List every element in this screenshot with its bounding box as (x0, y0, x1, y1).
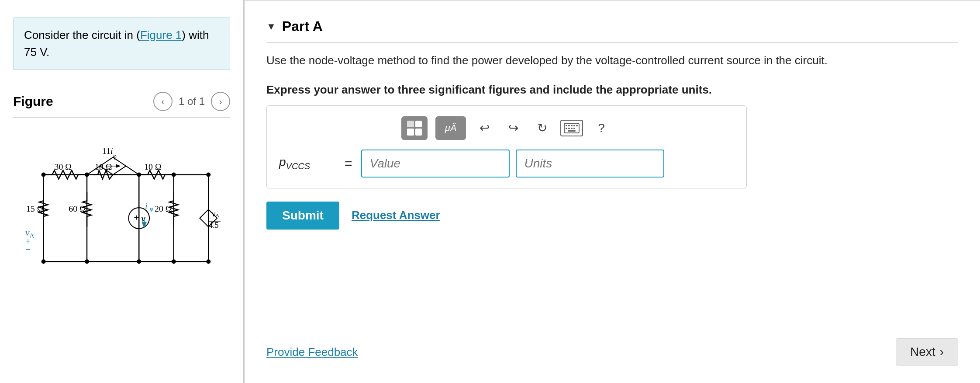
figure-divider (13, 117, 230, 118)
svg-text:4.5: 4.5 (209, 221, 218, 230)
svg-rect-48 (566, 125, 567, 126)
figure-navigation: ‹ 1 of 1 › (153, 92, 230, 111)
reset-button[interactable]: ↻ (531, 118, 552, 139)
svg-point-37 (41, 173, 46, 177)
variable-subscript: VCCS (286, 161, 311, 171)
svg-rect-54 (568, 128, 570, 129)
svg-text:+: + (134, 212, 139, 223)
variable-label: pVCCS (279, 155, 336, 171)
circuit-svg: 11i φ 30 Ω 10 Ω 10 Ω (17, 131, 226, 297)
svg-rect-50 (571, 125, 573, 126)
symbol-button[interactable]: μÄ (435, 116, 466, 140)
keyboard-icon (564, 123, 580, 133)
figure-title: Figure (13, 94, 53, 109)
svg-point-40 (172, 173, 176, 177)
svg-text:30 Ω: 30 Ω (54, 162, 72, 171)
request-answer-link[interactable]: Request Answer (352, 209, 440, 222)
svg-point-38 (85, 173, 89, 177)
input-row: pVCCS = (279, 150, 734, 178)
svg-text:15 Ω: 15 Ω (26, 204, 44, 213)
svg-text:Δ: Δ (215, 212, 219, 219)
variable-p: p (279, 155, 286, 169)
equals-sign: = (345, 156, 352, 171)
submit-button[interactable]: Submit (266, 202, 339, 230)
keyboard-button[interactable] (560, 120, 583, 136)
answer-box: μÄ ↩ ↪ ↻ ? (266, 105, 747, 188)
part-header: ▼ Part A (266, 18, 958, 43)
svg-text:v: v (25, 227, 30, 238)
figure-link[interactable]: Figure 1 (140, 28, 182, 42)
svg-rect-49 (568, 125, 570, 126)
svg-text:−: − (25, 244, 31, 255)
svg-text:i: i (145, 201, 148, 210)
svg-point-42 (41, 259, 46, 264)
figure-section: Figure ‹ 1 of 1 › (13, 92, 230, 301)
svg-rect-57 (568, 130, 576, 132)
redo-button[interactable]: ↪ (503, 118, 524, 139)
svg-text:60 Ω: 60 Ω (69, 204, 86, 213)
svg-text:11i: 11i (102, 146, 113, 156)
next-label: Next (910, 345, 935, 359)
grid-icon (407, 121, 422, 136)
svg-rect-51 (573, 125, 575, 126)
svg-text:−: − (135, 224, 139, 233)
svg-point-43 (85, 259, 89, 264)
problem-text-before: Consider the circuit in ( (24, 28, 140, 42)
figure-header: Figure ‹ 1 of 1 › (13, 92, 230, 111)
svg-point-44 (137, 259, 141, 264)
action-row: Submit Request Answer (266, 202, 958, 230)
svg-text:φ: φ (150, 205, 153, 212)
svg-point-45 (172, 259, 176, 264)
next-arrow-icon: › (940, 345, 944, 359)
figure-nav-label: 1 of 1 (179, 95, 205, 108)
units-input[interactable] (516, 150, 664, 178)
svg-text:10 Ω: 10 Ω (144, 162, 162, 171)
svg-text:φ: φ (113, 153, 117, 160)
svg-rect-56 (573, 128, 575, 129)
svg-rect-52 (576, 125, 578, 126)
problem-statement-box: Consider the circuit in (Figure 1) with … (13, 17, 230, 70)
svg-text:v: v (212, 209, 215, 218)
instruction-text: Express your answer to three significant… (266, 83, 958, 97)
svg-text:Δ: Δ (30, 232, 34, 240)
svg-rect-55 (571, 128, 573, 129)
svg-text:v: v (141, 213, 145, 224)
part-title: Part A (282, 18, 323, 35)
svg-point-39 (137, 173, 141, 177)
template-button[interactable] (401, 116, 428, 140)
mu-label: μÄ (445, 122, 457, 134)
feedback-link[interactable]: Provide Feedback (266, 345, 358, 359)
svg-text:20 Ω: 20 Ω (155, 204, 172, 213)
figure-prev-button[interactable]: ‹ (153, 92, 173, 111)
svg-line-13 (126, 166, 139, 175)
figure-next-button[interactable]: › (211, 92, 230, 111)
left-panel: Consider the circuit in (Figure 1) with … (0, 0, 245, 383)
circuit-diagram: 11i φ 30 Ω 10 Ω 10 Ω (13, 126, 230, 301)
svg-point-41 (206, 173, 210, 177)
next-button[interactable]: Next › (896, 338, 958, 366)
svg-rect-53 (566, 128, 567, 129)
question-text: Use the node-voltage method to find the … (266, 52, 921, 70)
undo-button[interactable]: ↩ (474, 118, 495, 139)
bottom-row: Provide Feedback Next › (266, 325, 958, 366)
svg-point-46 (206, 259, 210, 264)
right-panel: ▼ Part A Use the node-voltage method to … (245, 0, 980, 383)
svg-text:10 Ω: 10 Ω (95, 162, 112, 171)
help-button[interactable]: ? (591, 118, 612, 139)
answer-toolbar: μÄ ↩ ↪ ↻ ? (279, 116, 734, 140)
part-collapse-icon[interactable]: ▼ (266, 21, 276, 32)
value-input[interactable] (361, 150, 510, 178)
